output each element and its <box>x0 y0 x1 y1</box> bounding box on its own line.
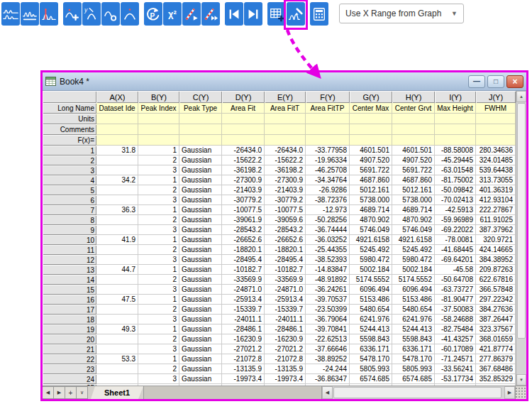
cell[interactable]: Gaussian <box>179 344 222 354</box>
cell[interactable]: 3 <box>138 255 179 265</box>
cell[interactable]: 5153.486 <box>392 295 435 305</box>
peak-anchor-button[interactable] <box>101 2 120 26</box>
cell[interactable]: -59.96989 <box>435 215 476 225</box>
cell[interactable] <box>96 155 138 165</box>
cell[interactable]: -21072.8 <box>265 354 306 364</box>
cell[interactable]: -27300.9 <box>265 175 306 185</box>
cell[interactable]: 5746.049 <box>392 225 435 235</box>
cell[interactable] <box>179 135 222 146</box>
column-header[interactable]: D(Y) <box>222 91 265 103</box>
window-titlebar[interactable]: Book4 * — □ × <box>43 72 526 91</box>
modify-peak-button[interactable]: y <box>82 2 101 26</box>
cell[interactable]: 323.37567 <box>476 324 516 334</box>
cell[interactable]: -16230.9 <box>265 334 306 344</box>
cell[interactable]: -38.52393 <box>306 255 350 265</box>
cell[interactable]: Gaussian <box>179 305 222 315</box>
cell[interactable]: -21072.8 <box>222 354 265 364</box>
cell[interactable]: 387.26447 <box>476 315 516 324</box>
cell[interactable]: 384.27636 <box>476 305 516 315</box>
cell[interactable]: -39.70537 <box>306 295 350 305</box>
cell[interactable] <box>350 114 392 124</box>
cell[interactable]: 2 <box>138 364 179 374</box>
cell[interactable]: 401.36319 <box>476 185 516 195</box>
cell[interactable] <box>306 135 350 146</box>
cell[interactable]: Gaussian <box>179 195 222 205</box>
cell[interactable]: 3 <box>138 374 179 384</box>
row-header[interactable]: 6 <box>43 195 96 205</box>
horizontal-scroll-thumb[interactable] <box>333 387 501 398</box>
cell[interactable]: Gaussian <box>179 285 222 295</box>
row-header[interactable]: 19 <box>43 324 96 334</box>
cell[interactable]: -37.66646 <box>306 344 350 354</box>
cell[interactable]: Gaussian <box>179 275 222 285</box>
cell[interactable]: -24871.0 <box>265 285 306 295</box>
cell[interactable]: 539.64438 <box>476 165 516 175</box>
cell[interactable]: 3 <box>138 165 179 175</box>
cell[interactable]: 6336.171 <box>392 344 435 354</box>
cell[interactable]: 1 <box>138 324 179 334</box>
column-header[interactable]: B(Y) <box>138 91 179 103</box>
fit-one-iteration-button[interactable] <box>182 2 201 26</box>
corner-cell[interactable] <box>43 91 96 103</box>
row-header[interactable]: 13 <box>43 265 96 275</box>
cell[interactable]: Peak Index <box>138 103 179 114</box>
column-header[interactable]: E(Y) <box>265 91 306 103</box>
cell[interactable]: Gaussian <box>179 146 222 155</box>
cell[interactable]: -21403.9 <box>222 185 265 195</box>
row-header[interactable]: 14 <box>43 275 96 285</box>
cell[interactable]: 367.68486 <box>476 364 516 374</box>
cell[interactable]: 6574.685 <box>350 374 392 384</box>
new-results-table-button[interactable] <box>267 2 286 26</box>
cell[interactable]: -36198.2 <box>265 165 306 175</box>
row-header[interactable]: 12 <box>43 255 96 265</box>
cell[interactable]: Area FitTP <box>306 103 350 114</box>
previous-sheet-button[interactable]: ◀ <box>43 386 54 399</box>
cell[interactable]: -34.34764 <box>306 175 350 185</box>
cell[interactable] <box>138 135 179 146</box>
reset-parameters-button[interactable]: P <box>144 2 162 26</box>
cell[interactable]: -19973.4 <box>265 374 306 384</box>
cell[interactable] <box>96 305 138 315</box>
row-header[interactable]: 11 <box>43 245 96 255</box>
cell[interactable]: 5805.993 <box>350 364 392 374</box>
cell[interactable] <box>435 114 476 124</box>
cell[interactable]: 424.14665 <box>476 245 516 255</box>
column-header[interactable]: G(Y) <box>350 91 392 103</box>
row-header[interactable]: 17 <box>43 305 96 315</box>
cell[interactable]: 2 <box>138 275 179 285</box>
cell[interactable]: 4870.902 <box>350 215 392 225</box>
cell[interactable]: 5738.000 <box>350 195 392 205</box>
cell[interactable]: 4907.520 <box>350 155 392 165</box>
cell[interactable]: 5245.492 <box>350 245 392 255</box>
cell[interactable]: 5980.472 <box>350 255 392 265</box>
row-header[interactable]: 10 <box>43 235 96 245</box>
cell[interactable]: -53.17734 <box>435 374 476 384</box>
cell[interactable]: -36.03252 <box>306 235 350 245</box>
close-button[interactable]: × <box>506 75 523 88</box>
scroll-right-button[interactable]: ▶ <box>504 386 515 399</box>
cell[interactable]: -26652.6 <box>265 235 306 245</box>
cell[interactable]: 4921.6158 <box>350 235 392 245</box>
cell[interactable]: -69.22022 <box>435 225 476 235</box>
cell[interactable]: -25913.4 <box>265 295 306 305</box>
cell[interactable] <box>350 135 392 146</box>
row-header[interactable]: 23 <box>43 364 96 374</box>
cell[interactable]: -26434.0 <box>265 146 306 155</box>
row-header[interactable]: 20 <box>43 334 96 344</box>
cell[interactable]: 3 <box>138 344 179 354</box>
cell[interactable]: Area Fit <box>222 103 265 114</box>
cell[interactable]: 222.27867 <box>476 205 516 215</box>
cell[interactable]: -28495.4 <box>265 255 306 265</box>
cell[interactable]: Dataset Ide <box>96 103 138 114</box>
add-peak-button[interactable] <box>63 2 82 26</box>
cell[interactable]: 3 <box>138 315 179 324</box>
cell[interactable]: 5480.654 <box>350 305 392 315</box>
cell[interactable]: -45.58 <box>435 265 476 275</box>
cell[interactable]: Gaussian <box>179 354 222 364</box>
cell[interactable]: 5244.413 <box>392 324 435 334</box>
cell[interactable]: 366.57848 <box>476 285 516 295</box>
single-peak-button[interactable] <box>121 2 139 26</box>
row-header[interactable]: Units <box>43 114 96 124</box>
cell[interactable] <box>96 275 138 285</box>
cell[interactable]: -39061.9 <box>222 215 265 225</box>
